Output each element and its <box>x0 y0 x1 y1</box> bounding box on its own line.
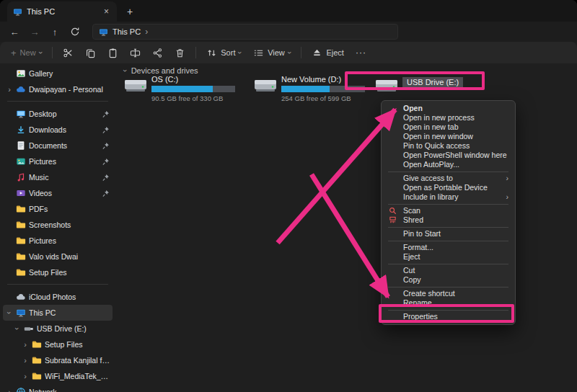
context-menu-item-open-in-new-process[interactable]: Open in new process <box>382 113 515 122</box>
back-icon[interactable]: ← <box>4 24 25 40</box>
paste-button[interactable] <box>102 45 123 61</box>
section-title: Devices and drives <box>131 66 198 75</box>
context-menu-item-open-autoplay[interactable]: Open AutoPlay... <box>382 160 515 169</box>
sidebar-item-label: Setup Files <box>29 268 110 277</box>
context-menu-item-include-in-library[interactable]: Include in library› <box>382 192 515 202</box>
ellipsis-icon: ··· <box>356 48 366 58</box>
sidebar-item-valo-vids-dwai[interactable]: Valo vids Dwai <box>3 249 113 264</box>
chevron-right-icon[interactable]: › <box>6 85 13 94</box>
sidebar-item-label: PDFs <box>29 205 110 213</box>
chevron-down-icon[interactable]: › <box>13 325 22 332</box>
rename-button[interactable] <box>125 45 146 61</box>
sidebar-item-desktop[interactable]: Desktop <box>3 106 113 122</box>
sidebar-item-pictures[interactable]: Pictures <box>3 153 113 169</box>
toolbar-separator <box>301 47 301 58</box>
drive-tile-os-c[interactable]: OS (C:)90.5 GB free of 330 GB <box>124 75 251 102</box>
context-menu-separator <box>388 227 508 228</box>
chevron-right-icon[interactable]: › <box>6 388 13 392</box>
this-pc-tab-icon <box>13 7 22 17</box>
sidebar-item-setup-files[interactable]: ›Setup Files <box>3 337 113 352</box>
sidebar-item-downloads[interactable]: Downloads <box>3 122 113 138</box>
chevron-down-icon[interactable]: › <box>5 309 14 316</box>
pin-icon <box>102 174 110 182</box>
view-icon <box>253 48 264 58</box>
annotation-rect-usb-drive <box>345 71 485 90</box>
delete-button[interactable] <box>169 45 190 61</box>
sidebar-item-dwaipayan-personal[interactable]: ›Dwaipayan - Personal <box>3 81 113 97</box>
context-menu-item-cut[interactable]: Cut <box>382 266 515 275</box>
sidebar-item-pictures[interactable]: Pictures <box>3 233 113 249</box>
address-bar[interactable]: This PC › <box>92 24 398 40</box>
share-button[interactable] <box>147 45 168 61</box>
context-menu-item-pin-to-quick-access[interactable]: Pin to Quick access <box>382 141 515 151</box>
sidebar-item-usb-drive-e[interactable]: ›USB Drive (E:) <box>3 321 113 337</box>
sidebar-item-wifi-mediatek-v3-3-0-350[interactable]: ›WiFi_MediaTek_v3.3.0.350 <box>3 368 113 384</box>
more-options-button[interactable]: ··· <box>351 45 371 61</box>
chevron-right-icon[interactable]: › <box>22 356 29 365</box>
context-menu-item-scan[interactable]: Scan <box>382 206 515 215</box>
hard-drive-icon <box>254 75 277 102</box>
plus-icon: + <box>11 48 17 58</box>
context-menu-item-open[interactable]: Open <box>382 104 515 113</box>
sidebar-item-network[interactable]: ›Network <box>3 384 113 392</box>
refresh-icon[interactable] <box>65 24 85 40</box>
up-icon[interactable]: ↑ <box>45 24 65 40</box>
copy-button[interactable] <box>80 45 101 61</box>
folder-icon <box>16 204 26 214</box>
sidebar-item-setup-files[interactable]: Setup Files <box>3 264 113 280</box>
sidebar-item-label: Dwaipayan - Personal <box>29 85 110 94</box>
context-menu-item-label: Open in new window <box>403 132 473 141</box>
annotation-rect-properties <box>379 304 514 323</box>
eject-button[interactable]: Eject <box>307 45 348 61</box>
context-menu-item-eject[interactable]: Eject <box>382 252 515 262</box>
sidebar-item-label: Pictures <box>29 236 110 245</box>
toolbar-separator <box>195 47 196 58</box>
context-menu-separator <box>388 241 508 241</box>
context-menu-item-pin-to-start[interactable]: Pin to Start <box>382 229 515 239</box>
new-tab-button[interactable]: + <box>121 3 138 20</box>
chevron-down-icon: › <box>121 69 130 72</box>
rename-icon <box>130 48 141 58</box>
chevron-right-icon[interactable]: › <box>22 372 29 380</box>
tab-close-icon[interactable]: × <box>102 6 111 17</box>
tab-this-pc[interactable]: This PC × <box>7 1 117 22</box>
context-menu-item-give-access-to[interactable]: Give access to› <box>382 174 515 183</box>
sidebar-item-gallery[interactable]: Gallery <box>3 66 113 81</box>
context-menu-item-label: Create shortcut <box>403 289 455 298</box>
command-toolbar: + New › Sort › View › Eject ··· <box>0 42 577 63</box>
doc-icon <box>16 141 26 151</box>
sidebar-item-videos[interactable]: Videos <box>3 185 113 201</box>
context-menu-item-shred[interactable]: Shred <box>382 215 515 225</box>
forward-icon[interactable]: → <box>25 24 45 40</box>
sidebar-item-music[interactable]: Music <box>3 169 113 185</box>
shred-icon <box>389 216 397 224</box>
sidebar-item-label: WiFi_MediaTek_v3.3.0.350 <box>45 372 110 380</box>
context-menu-item-format[interactable]: Format... <box>382 243 515 252</box>
sidebar-item-screenshots[interactable]: Screenshots <box>3 217 113 233</box>
chevron-down-icon: › <box>36 51 45 54</box>
context-menu-item-open-as-portable-device[interactable]: Open as Portable Device <box>382 183 515 192</box>
sidebar-item-documents[interactable]: Documents <box>3 138 113 153</box>
view-button[interactable]: View › <box>248 45 296 61</box>
globe-icon <box>16 387 26 392</box>
pc-icon <box>16 308 26 318</box>
cut-button[interactable] <box>58 45 79 61</box>
sidebar-item-label: iCloud Photos <box>29 293 110 301</box>
context-menu-item-open-in-new-tab[interactable]: Open in new tab <box>382 122 515 132</box>
context-menu-item-open-powershell-window-here[interactable]: Open PowerShell window here <box>382 151 515 160</box>
breadcrumb[interactable]: This PC <box>113 27 141 36</box>
sort-button[interactable]: Sort › <box>201 45 247 61</box>
context-menu-item-label: Format... <box>403 243 433 251</box>
context-menu-item-create-shortcut[interactable]: Create shortcut <box>382 289 515 298</box>
context-menu-item-copy[interactable]: Copy <box>382 275 515 285</box>
breadcrumb-chevron-icon[interactable]: › <box>145 27 148 37</box>
sidebar-item-this-pc[interactable]: ›This PC <box>3 305 113 321</box>
new-button[interactable]: + New › <box>6 45 47 61</box>
folder-icon <box>16 220 26 230</box>
sidebar-item-subrata-kanjilal-files[interactable]: ›Subrata Kanjilal files <box>3 352 113 368</box>
sidebar-item-icloud-photos[interactable]: iCloud Photos <box>3 289 113 305</box>
devices-and-drives-section-header[interactable]: › Devices and drives <box>124 66 198 75</box>
context-menu-item-open-in-new-window[interactable]: Open in new window <box>382 132 515 141</box>
chevron-right-icon[interactable]: › <box>22 340 29 349</box>
sidebar-item-pdfs[interactable]: PDFs <box>3 201 113 217</box>
